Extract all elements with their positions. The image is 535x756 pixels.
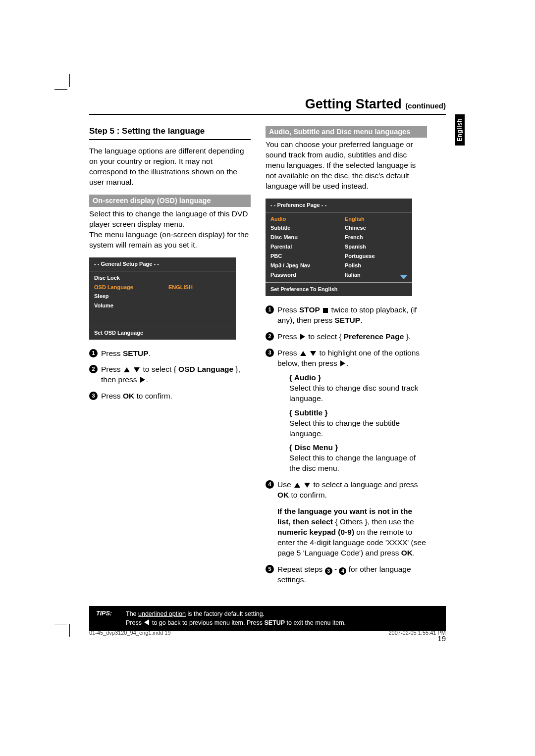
note: If the language you want is not in the l… (277, 506, 427, 558)
step-3: 3 Press OK to confirm. (89, 391, 251, 402)
right-icon (140, 377, 145, 383)
down-icon (304, 483, 310, 488)
osd-row: OSD LanguageENGLISH (94, 283, 231, 292)
title-main: Getting Started (305, 97, 402, 111)
step-3: 3 Press to highlight one of the options … (266, 348, 427, 474)
osd-row: Sleep (94, 292, 231, 301)
osd-row: PasswordItalian (270, 270, 407, 280)
ref-bullet-4: 4 (339, 567, 346, 575)
osd-row: Mp3 / Jpeg NavPolish (270, 261, 407, 270)
osd-row: Disc MenuFrench (270, 233, 407, 242)
left-steps: 1 Press SETUP. 2 Press to select { OSD L… (89, 349, 251, 402)
step-1: 1 Press STOP twice to stop playback, (if… (266, 305, 427, 326)
step-2: 2 Press to select { OSD Language }, then… (89, 364, 251, 385)
osd-row: Disc Lock (94, 273, 231, 283)
right-icon (340, 360, 345, 366)
left-icon (144, 619, 149, 625)
osd-row: PBCPortuguese (270, 252, 407, 261)
osd-row: ParentalSpanish (270, 242, 407, 252)
bullet-3: 3 (89, 392, 98, 400)
option-audio: { Audio }Select this to change disc soun… (289, 373, 427, 404)
tips-body: The underlined option is the factory def… (126, 610, 439, 627)
osd-row: SubtitleChinese (270, 223, 407, 233)
osd-title: - - Preference Page - - (266, 199, 412, 212)
osd-row: AudioEnglish (270, 214, 407, 224)
up-icon (294, 483, 300, 488)
osd-subtext: Select this to change the language of th… (89, 209, 251, 251)
intro-text: The language options are different depen… (89, 146, 251, 188)
language-tab: English (455, 114, 465, 146)
footer-left: 01-45_dvp3120_94_eng1.indd 19 (89, 630, 171, 636)
up-icon (124, 367, 130, 372)
left-column: Step 5 : Setting the language The langua… (89, 126, 251, 591)
up-icon (300, 351, 306, 356)
tips-box: TIPS: The underlined option is the facto… (89, 606, 446, 631)
footer-right: 2007-02-05 1:55:41 PM (388, 630, 446, 636)
right-column: Audio, Subtitle and Disc menu languages … (266, 126, 427, 591)
option-subtitle: { Subtitle }Select this to change the su… (289, 408, 427, 439)
stop-icon (323, 308, 328, 313)
bullet-2: 2 (89, 365, 98, 373)
tips-label: TIPS: (96, 610, 126, 627)
right-icon (300, 334, 305, 340)
audio-intro: You can choose your preferred language o… (266, 140, 427, 192)
step-1: 1 Press SETUP. (89, 349, 251, 359)
audio-subhead: Audio, Subtitle and Disc menu languages (266, 126, 427, 138)
step-heading: Step 5 : Setting the language (89, 126, 251, 140)
more-arrow-icon (400, 275, 407, 279)
title-suffix: (continued) (405, 101, 446, 110)
osd-title: - - General Setup Page - - (89, 257, 236, 271)
osd-footer: Set OSD Language (89, 326, 236, 340)
osd-footer: Set Preference To English (266, 282, 412, 296)
step-4: 4 Use to select a language and press OK … (266, 480, 427, 558)
option-discmenu: { Disc Menu }Select this to change the l… (289, 443, 427, 474)
print-footer: 01-45_dvp3120_94_eng1.indd 19 2007-02-05… (89, 630, 446, 636)
bullet-1: 1 (89, 349, 98, 357)
osd-subhead: On-screen display (OSD) language (89, 195, 251, 207)
general-setup-osd: - - General Setup Page - - Disc LockOSD … (89, 257, 236, 340)
page-title: Getting Started (continued) (89, 97, 446, 115)
manual-page: Getting Started (continued) English Step… (89, 97, 446, 643)
osd-body: AudioEnglishSubtitleChineseDisc MenuFren… (266, 212, 412, 283)
osd-row: Volume (94, 301, 231, 310)
preference-osd: - - Preference Page - - AudioEnglishSubt… (266, 199, 412, 297)
down-icon (134, 367, 140, 372)
right-steps: 1 Press STOP twice to stop playback, (if… (266, 305, 427, 585)
step-5: 5 Repeat steps 3 - 4 for other language … (266, 564, 427, 585)
osd-body: Disc LockOSD LanguageENGLISHSleepVolume (89, 271, 236, 326)
ref-bullet-3: 3 (325, 567, 332, 575)
down-icon (310, 351, 316, 356)
step-2: 2 Press to select { Preference Page }. (266, 332, 427, 342)
